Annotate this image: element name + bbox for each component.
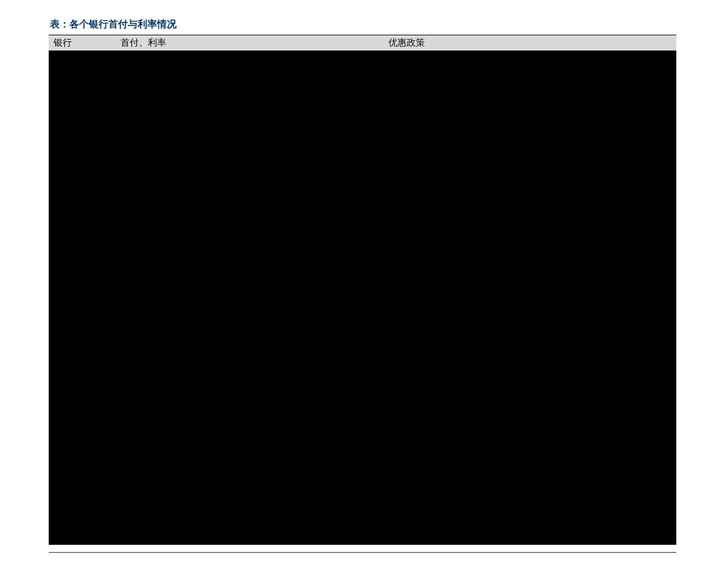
col-header-policy: 优惠政策 [384,35,676,51]
col-header-rate: 首付、利率 [116,35,384,51]
table-header-row: 银行 首付、利率 优惠政策 [49,35,676,51]
table-title: 表：各个银行首付与利率情况 [49,18,676,31]
col-header-bank: 银行 [49,35,116,51]
page-footer-rule [49,552,676,553]
bank-rate-table: 银行 首付、利率 优惠政策 [49,35,676,51]
table-wrapper: 银行 首付、利率 优惠政策 [49,35,676,51]
page-container: 表：各个银行首付与利率情况 银行 首付、利率 优惠政策 [0,0,725,588]
table-body-area [49,51,676,545]
